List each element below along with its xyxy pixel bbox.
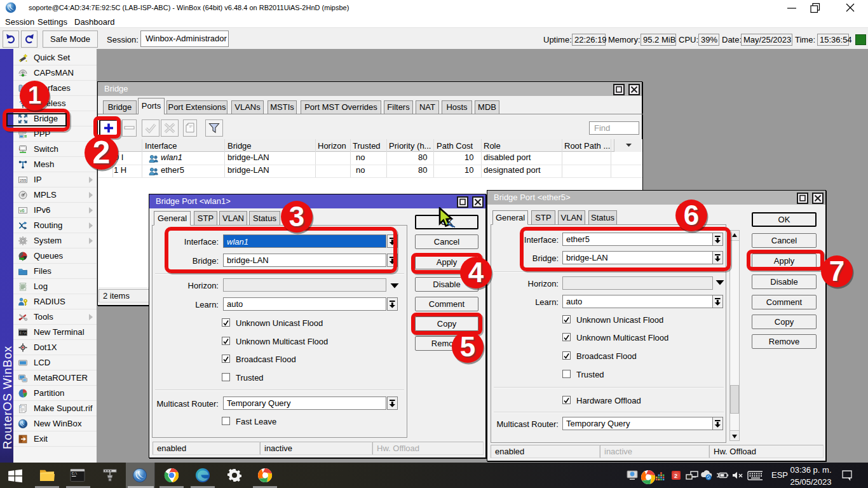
svg-text:2: 2 — [674, 473, 677, 479]
svg-text:C:\>_: C:\>_ — [20, 332, 28, 335]
svg-text:C:\: C:\ — [72, 472, 78, 475]
svg-text:v6: v6 — [20, 208, 25, 213]
svg-text:255: 255 — [20, 178, 27, 182]
